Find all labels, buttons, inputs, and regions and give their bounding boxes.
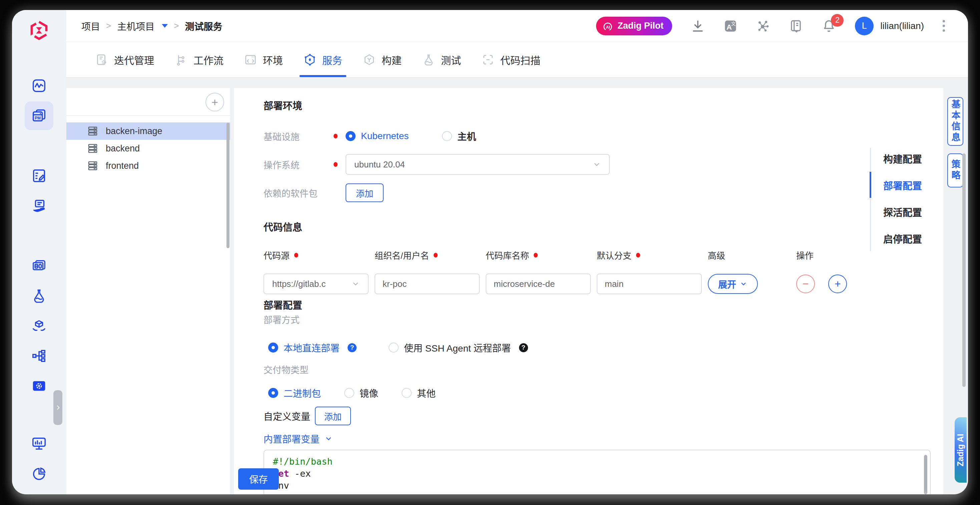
user-menu[interactable]: L lilian(lilian) <box>855 17 924 35</box>
breadcrumb-project[interactable]: 项目 <box>81 19 100 33</box>
os-select[interactable]: ubuntu 20.04 <box>345 154 610 175</box>
org-name-input[interactable] <box>375 274 480 294</box>
advanced-expand-button[interactable]: 展开 <box>708 274 758 294</box>
add-custom-var-button[interactable]: 添加 <box>315 406 351 425</box>
col-advanced: 高级 <box>708 249 796 261</box>
artifact-radio-other[interactable]: 其他 <box>402 386 436 400</box>
username: lilian(lilian) <box>880 21 924 31</box>
service-list-header: + <box>66 88 230 116</box>
chevron-down-icon <box>592 160 601 169</box>
required-dot <box>294 253 298 258</box>
deploy-script-editor[interactable]: #!/bin/bash set -ex env <box>264 450 931 494</box>
add-repo-button[interactable]: + <box>828 274 847 293</box>
artifact-radio-image[interactable]: 镜像 <box>344 386 378 400</box>
service-list-scrollbar[interactable] <box>226 123 229 248</box>
data-statistics-icon[interactable] <box>31 466 47 482</box>
add-service-button[interactable]: + <box>205 93 224 112</box>
iteration-icon <box>95 53 108 66</box>
tab-service[interactable]: 服务 <box>304 42 342 77</box>
build-icon <box>363 53 375 66</box>
anchor-startstop-config[interactable]: 启停配置 <box>883 225 934 252</box>
required-dot <box>636 253 640 258</box>
help-icon[interactable]: ? <box>348 343 356 352</box>
docs-book-icon[interactable] <box>789 19 803 33</box>
operation-monitor-icon[interactable] <box>31 436 47 451</box>
col-branch: 默认分支 <box>597 249 708 261</box>
config-anchor-nav: 构建配置 部署配置 探活配置 启停配置 <box>883 145 934 252</box>
repo-name-input[interactable] <box>486 274 591 294</box>
remove-repo-button[interactable]: − <box>796 274 815 293</box>
side-tab-policy[interactable]: 策略 <box>947 153 963 188</box>
zadig-pilot-button[interactable]: AI Zadig Pilot <box>596 17 672 35</box>
code-source-select[interactable]: https://gitlab.c <box>264 274 369 294</box>
anchor-probe-config[interactable]: 探活配置 <box>883 199 934 225</box>
radio-icon[interactable] <box>268 388 278 398</box>
insight-dashboard-icon[interactable] <box>31 78 47 93</box>
editor-scrollbar[interactable] <box>924 455 927 494</box>
apps-workload-icon[interactable] <box>31 258 47 274</box>
resource-config-icon[interactable] <box>31 348 47 363</box>
required-dot <box>434 253 438 258</box>
more-options-kebab-icon[interactable] <box>943 19 946 33</box>
save-button[interactable]: 保存 <box>238 468 279 490</box>
service-item-backend[interactable]: backend <box>66 140 230 157</box>
builtin-vars-toggle[interactable]: 内置部署变量 <box>264 432 333 445</box>
required-dot <box>534 253 538 258</box>
tab-workflow[interactable]: 工作流 <box>175 42 223 77</box>
tab-build[interactable]: 构建 <box>363 42 402 77</box>
deploy-method-label: 部署方式 <box>264 314 943 327</box>
chevron-down-icon <box>324 434 333 443</box>
integration-graph-icon[interactable] <box>756 19 770 33</box>
download-icon[interactable] <box>691 19 705 33</box>
radio-icon[interactable] <box>442 131 452 141</box>
infra-radio-host[interactable]: 主机 <box>442 129 476 143</box>
radio-icon[interactable] <box>344 388 354 398</box>
anchor-deploy-config[interactable]: 部署配置 <box>883 172 934 199</box>
panel-collapse-handle[interactable] <box>53 390 62 425</box>
artifact-package-icon[interactable] <box>31 318 47 333</box>
delivery-center-icon[interactable] <box>31 198 47 213</box>
service-item-frontend[interactable]: frontend <box>66 157 230 174</box>
anchor-build-config[interactable]: 构建配置 <box>883 145 934 172</box>
col-repo: 代码库名称 <box>486 249 597 261</box>
side-tab-basic-info[interactable]: 基本信息 <box>947 97 963 146</box>
default-branch-input[interactable] <box>597 274 702 294</box>
content-scrollbar[interactable] <box>963 153 966 387</box>
required-dot <box>334 162 337 167</box>
method-radio-ssh-agent[interactable]: 使用 SSH Agent 远程部署 ? <box>388 341 528 354</box>
screen: PM <box>0 0 980 505</box>
radio-icon[interactable] <box>268 343 278 352</box>
tab-test[interactable]: 测试 <box>422 42 461 77</box>
anchor-active-indicator <box>870 172 871 198</box>
help-icon[interactable]: ? <box>519 343 528 352</box>
tab-iteration[interactable]: 迭代管理 <box>95 42 154 77</box>
zadig-ai-tab[interactable]: Zadig AI <box>955 417 967 483</box>
radio-icon[interactable] <box>388 343 399 352</box>
required-dot <box>334 134 337 139</box>
infra-radio-kubernetes[interactable]: Kubernetes <box>345 131 409 142</box>
notification-badge: 2 <box>831 14 843 27</box>
breadcrumb-dropdown-caret-icon[interactable] <box>162 24 168 28</box>
language-translate-icon[interactable]: A文 <box>724 19 738 33</box>
tab-code-scan[interactable]: 代码扫描 <box>482 42 540 77</box>
svg-text:PM: PM <box>35 116 41 120</box>
zadig-logo-icon[interactable] <box>29 20 49 41</box>
server-stack-icon <box>87 160 99 172</box>
tab-environment[interactable]: 环境 <box>244 42 283 77</box>
test-lab-icon[interactable] <box>31 288 47 304</box>
radio-icon[interactable] <box>345 131 356 141</box>
method-radio-local[interactable]: 本地直连部署 ? <box>268 341 356 354</box>
user-avatar[interactable]: L <box>855 17 873 35</box>
chevron-down-icon <box>351 279 360 288</box>
service-item-backen-image[interactable]: backen-image <box>66 123 230 140</box>
script-line: env <box>273 480 921 492</box>
artifact-radio-binary[interactable]: 二进制包 <box>268 386 321 400</box>
system-settings-icon[interactable] <box>31 378 47 393</box>
projects-icon[interactable]: PM <box>31 108 47 123</box>
radio-icon[interactable] <box>402 388 412 398</box>
col-code-source: 代码源 <box>264 249 375 261</box>
notifications-bell-icon[interactable]: 2 <box>822 19 836 33</box>
add-package-button[interactable]: 添加 <box>345 183 383 202</box>
release-plan-icon[interactable] <box>31 168 47 183</box>
breadcrumb-parent[interactable]: 主机项目 <box>117 19 154 33</box>
